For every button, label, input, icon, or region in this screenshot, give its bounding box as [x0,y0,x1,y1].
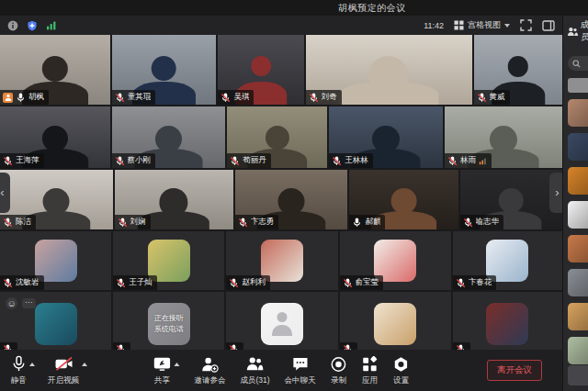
participant-tile[interactable]: 俞宝莹 [340,231,451,290]
view-mode-selector[interactable]: 宫格视图 [454,19,510,31]
share-screen-icon [153,355,171,374]
caret-up-icon[interactable] [174,363,179,366]
participant-tile[interactable]: 胡枫 [0,35,110,105]
grid-row: 王海萍 蔡小刚 荀丽丹 王林林 林雨 [0,106,562,168]
mic-icon [11,355,27,374]
participant-avatar: 正在接听 系统电话 [148,303,190,345]
side-layout-icon[interactable] [542,20,555,31]
member-filter-button[interactable] [568,78,588,93]
mic-muted-icon [309,93,319,103]
participant-tile[interactable]: 王林林 [329,106,443,168]
mic-muted-icon [220,93,231,103]
panel-bottom-button[interactable] [568,365,588,385]
participant-tile[interactable]: 王子灿 [113,231,224,290]
participant-tile[interactable]: 郝麒 [349,170,458,229]
toolbar-label-members: 成员(31) [240,375,269,386]
member-thumbnail[interactable] [568,303,588,330]
toolbar-label-share: 共享 [154,375,170,386]
previous-page-arrow[interactable]: ‹ [0,173,10,213]
participant-tile[interactable]: 童其琨 [112,35,217,105]
participant-avatar [374,303,416,345]
participant-name-label: 卞志勇 [235,215,279,229]
toolbar-button-share[interactable]: 共享 [153,355,171,386]
emoji-reaction-icon[interactable]: ☺ [6,297,17,309]
participant-tile[interactable] [453,292,562,350]
participant-tile[interactable]: 沈敏岩 [0,231,111,290]
member-thumbnail[interactable] [568,201,588,229]
participant-tile[interactable]: 正在接听 系统电话 [113,292,224,350]
member-thumbnail[interactable] [568,99,588,127]
toolbar-label-settings: 设置 [393,375,409,386]
participant-tile[interactable]: 赵利利 [226,231,337,290]
participant-name: 王子灿 [129,277,153,288]
toolbar-button-record[interactable]: 录制 [331,355,347,386]
caret-up-icon[interactable] [29,363,35,366]
participant-tile[interactable]: 喻志华 [460,170,562,229]
participant-tile[interactable]: 黄威 [474,35,562,105]
participant-tile[interactable]: 蔡小刚 [112,106,226,168]
members-icon [246,355,265,374]
clock: 11:42 [424,21,444,30]
participant-name: 沈敏岩 [16,277,40,288]
mic-muted-icon [463,218,473,228]
caption-icon[interactable]: ⋯ [22,298,36,308]
participant-name: 俞宝莹 [356,277,379,288]
member-thumbnail[interactable] [568,235,588,263]
participant-name: 郝麒 [365,217,380,228]
participant-name: 黄威 [490,92,505,103]
mic-on-icon [16,93,26,103]
mic-muted-icon [456,278,466,288]
mic-muted-icon [115,156,125,166]
participant-video [340,292,451,350]
person-silhouette [331,56,447,105]
participant-tile[interactable]: 王海萍 [0,106,110,168]
toolbar-label-video: 开启视频 [48,375,79,386]
mic-muted-icon [3,278,13,288]
participant-name-label [226,342,243,350]
participant-name: 童其琨 [128,92,152,103]
toolbar-button-chat[interactable]: 会中聊天 [285,355,316,386]
participant-tile[interactable] [340,292,451,350]
members-icon [567,27,578,37]
record-icon [331,355,347,374]
member-thumbnail[interactable] [568,133,588,161]
participant-tile[interactable]: 林雨 [445,106,562,168]
grid-row: 胡枫 童其琨 吴琪 刘奇 黄威 [0,35,562,105]
member-search-input[interactable] [568,56,588,71]
participant-name-label: 喻志华 [460,215,504,229]
toolbar-button-members[interactable]: 成员(31) [240,355,269,386]
signal-icon[interactable] [46,20,57,30]
fullscreen-icon[interactable] [520,19,532,31]
toolbar-button-video[interactable]: 开启视频 [48,355,79,386]
participant-tile[interactable]: 吴琪 [218,35,303,105]
participant-tile[interactable]: 荀丽丹 [227,106,327,168]
shield-icon[interactable] [27,20,38,31]
toolbar-button-apps[interactable]: 应用 [362,355,379,386]
participant-name-label: 王林林 [329,153,373,168]
participant-name: 刘奇 [322,92,337,103]
chat-icon [291,355,309,374]
title-bar: 胡枫预定的会议 [0,0,588,16]
participant-tile[interactable]: 陈洁 [0,170,113,229]
participant-tile[interactable] [226,292,337,350]
participant-name: 王海萍 [16,155,40,166]
participant-tile[interactable]: 刘奇 [306,35,472,105]
leave-meeting-button[interactable]: 离开会议 [487,360,542,381]
info-icon[interactable] [7,20,18,31]
member-thumbnail[interactable] [568,269,588,296]
member-thumbnail[interactable] [568,167,588,195]
caret-up-icon[interactable] [82,363,87,366]
member-thumbnail[interactable] [568,337,588,364]
toolbar-button-invite[interactable]: 邀请参会 [194,355,225,386]
participant-tile[interactable]: 卞志勇 [235,170,348,229]
participant-name-label: 郝麒 [349,215,385,229]
toolbar-button-settings[interactable]: 设置 [393,355,410,386]
toolbar-button-mute[interactable]: 静音 [11,355,27,386]
mic-muted-icon [343,278,353,288]
participant-tile[interactable]: 卞春花 [453,231,562,290]
mic-muted-icon [3,218,13,228]
participant-tile[interactable]: 刘娴 [115,170,233,229]
mic-muted-icon [332,156,342,166]
participant-tile[interactable]: ☺⋯ [0,292,111,350]
next-page-arrow[interactable]: › [549,173,562,213]
